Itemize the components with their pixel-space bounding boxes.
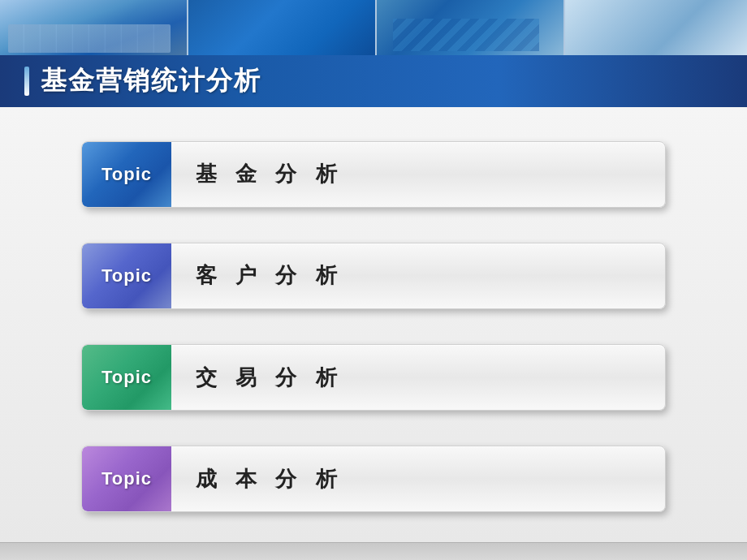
title-bar: 基金营销统计分析 — [0, 55, 747, 107]
topic-badge-4: Topic — [82, 446, 171, 511]
keyboard-decoration — [8, 24, 171, 53]
header-image-1 — [0, 0, 187, 55]
slide: 基金营销统计分析 Topic 基 金 分 析 Topic 客 户 分 析 Top… — [0, 0, 747, 560]
header-images — [0, 0, 747, 55]
page-title: 基金营销统计分析 — [41, 63, 261, 99]
topic-label-4: 成 本 分 析 — [171, 465, 665, 493]
footer-bar — [0, 542, 747, 560]
topic-label-2: 客 户 分 析 — [171, 261, 665, 290]
title-accent — [24, 67, 29, 96]
topic-card-1[interactable]: Topic 基 金 分 析 — [81, 141, 666, 208]
content-area: Topic 基 金 分 析 Topic 客 户 分 析 Topic 交 易 分 … — [0, 107, 747, 542]
topic-label-1: 基 金 分 析 — [171, 160, 665, 188]
topic-card-3[interactable]: Topic 交 易 分 析 — [81, 344, 666, 411]
header-image-3 — [377, 0, 563, 55]
topic-badge-2: Topic — [82, 243, 171, 308]
topic-label-3: 交 易 分 析 — [171, 364, 665, 392]
topic-card-4[interactable]: Topic 成 本 分 析 — [81, 446, 666, 512]
topic-badge-1: Topic — [82, 142, 171, 207]
header-image-4 — [565, 0, 747, 55]
header-image-2 — [188, 0, 375, 55]
topic-card-2[interactable]: Topic 客 户 分 析 — [81, 243, 666, 309]
topic-badge-3: Topic — [82, 345, 171, 410]
